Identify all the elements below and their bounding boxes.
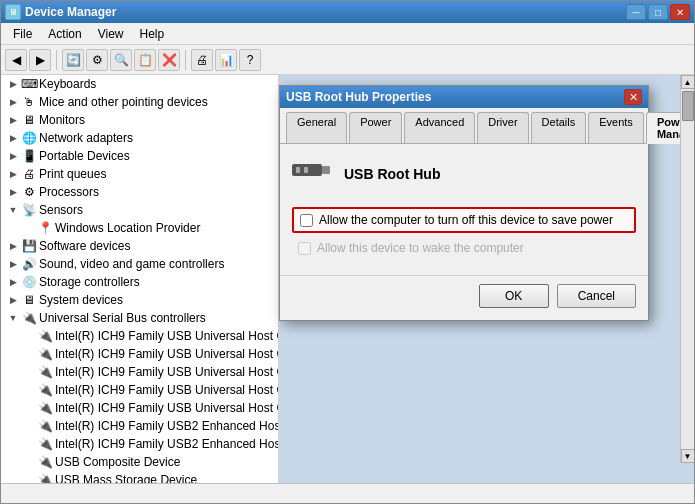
monitors-icon: 🖥 [21, 112, 37, 128]
dialog-close-button[interactable]: ✕ [624, 89, 642, 105]
tab-general[interactable]: General [286, 112, 347, 143]
resources-button[interactable]: 📊 [215, 49, 237, 71]
tree-item-ich9-4[interactable]: 🔌 Intel(R) ICH9 Family USB Universal Hos… [1, 381, 278, 399]
expand-icon: ▶ [5, 166, 21, 182]
tree-item-portable[interactable]: ▶ 📱 Portable Devices [1, 147, 278, 165]
mice-label: Mice and other pointing devices [39, 95, 208, 109]
processors-label: Processors [39, 185, 99, 199]
mice-icon: 🖱 [21, 94, 37, 110]
tab-driver[interactable]: Driver [477, 112, 528, 143]
expand-icon: ▶ [5, 76, 21, 92]
tree-item-sound[interactable]: ▶ 🔊 Sound, video and game controllers [1, 255, 278, 273]
scroll-down-button[interactable]: ▼ [681, 449, 695, 463]
device-name: USB Root Hub [344, 166, 440, 182]
tree-item-software[interactable]: ▶ 💾 Software devices [1, 237, 278, 255]
tab-details[interactable]: Details [531, 112, 587, 143]
expand-icon [21, 418, 37, 434]
dialog-title: USB Root Hub Properties [286, 90, 431, 104]
expand-icon: ▶ [5, 94, 21, 110]
tree-item-usb[interactable]: ▼ 🔌 Universal Serial Bus controllers [1, 309, 278, 327]
system-label: System devices [39, 293, 123, 307]
tree-item-ich9-ehci2[interactable]: 🔌 Intel(R) ICH9 Family USB2 Enhanced Hos… [1, 435, 278, 453]
ok-button[interactable]: OK [479, 284, 549, 308]
properties-button[interactable]: ⚙ [86, 49, 108, 71]
print-button[interactable]: 🖨 [191, 49, 213, 71]
monitors-label: Monitors [39, 113, 85, 127]
tab-power[interactable]: Power [349, 112, 402, 143]
action-button[interactable]: 📋 [134, 49, 156, 71]
tree-item-ich9-3[interactable]: 🔌 Intel(R) ICH9 Family USB Universal Hos… [1, 363, 278, 381]
main-window: 🖥 Device Manager ─ □ ✕ File Action View … [0, 0, 695, 504]
svg-rect-1 [322, 166, 330, 174]
massstorage-icon: 🔌 [37, 472, 53, 483]
menu-file[interactable]: File [5, 25, 40, 43]
expand-icon [21, 382, 37, 398]
tree-item-sensors[interactable]: ▼ 📡 Sensors [1, 201, 278, 219]
tree-item-network[interactable]: ▶ 🌐 Network adapters [1, 129, 278, 147]
tree-item-keyboards[interactable]: ▶ ⌨ Keyboards [1, 75, 278, 93]
sound-label: Sound, video and game controllers [39, 257, 224, 271]
tree-item-winloc[interactable]: 📍 Windows Location Provider [1, 219, 278, 237]
search-button[interactable]: 🔍 [110, 49, 132, 71]
delete-button[interactable]: ❌ [158, 49, 180, 71]
help-button[interactable]: ? [239, 49, 261, 71]
tree-item-printqueues[interactable]: ▶ 🖨 Print queues [1, 165, 278, 183]
title-bar-left: 🖥 Device Manager [5, 4, 116, 20]
allow-wakeup-checkbox[interactable] [298, 242, 311, 255]
expand-icon: ▶ [5, 184, 21, 200]
storage-icon: 💿 [21, 274, 37, 290]
toolbar: ◀ ▶ 🔄 ⚙ 🔍 📋 ❌ 🖨 📊 ? [1, 45, 694, 75]
allow-turnoff-checkbox[interactable] [300, 214, 313, 227]
allow-wakeup-label: Allow this device to wake the computer [317, 241, 524, 255]
ich9-2-label: Intel(R) ICH9 Family USB Universal Host … [55, 347, 279, 361]
tree-item-ich9-5[interactable]: 🔌 Intel(R) ICH9 Family USB Universal Hos… [1, 399, 278, 417]
status-bar [1, 483, 694, 503]
cancel-button[interactable]: Cancel [557, 284, 636, 308]
tree-panel[interactable]: ▶ ⌨ Keyboards ▶ 🖱 Mice and other pointin… [1, 75, 279, 483]
tree-item-mice[interactable]: ▶ 🖱 Mice and other pointing devices [1, 93, 278, 111]
expand-icon [21, 364, 37, 380]
window-close-button[interactable]: ✕ [670, 4, 690, 20]
properties-dialog: USB Root Hub Properties ✕ General Power … [279, 85, 649, 321]
right-scrollbar[interactable]: ▲ ▼ [680, 75, 694, 463]
tab-events[interactable]: Events [588, 112, 644, 143]
tab-advanced[interactable]: Advanced [404, 112, 475, 143]
expand-icon: ▶ [5, 292, 21, 308]
winloc-icon: 📍 [37, 220, 53, 236]
scroll-thumb[interactable] [682, 91, 694, 121]
composite-icon: 🔌 [37, 454, 53, 470]
portable-icon: 📱 [21, 148, 37, 164]
tree-item-processors[interactable]: ▶ ⚙ Processors [1, 183, 278, 201]
tree-item-massstorage[interactable]: 🔌 USB Mass Storage Device [1, 471, 278, 483]
menu-help[interactable]: Help [132, 25, 173, 43]
refresh-button[interactable]: 🔄 [62, 49, 84, 71]
processors-icon: ⚙ [21, 184, 37, 200]
tree-item-monitors[interactable]: ▶ 🖥 Monitors [1, 111, 278, 129]
device-info: USB Root Hub [292, 156, 636, 191]
tree-item-storage[interactable]: ▶ 💿 Storage controllers [1, 273, 278, 291]
tree-item-system[interactable]: ▶ 🖥 System devices [1, 291, 278, 309]
menu-view[interactable]: View [90, 25, 132, 43]
ich9-5-label: Intel(R) ICH9 Family USB Universal Host … [55, 401, 279, 415]
tree-item-ich9-ehci1[interactable]: 🔌 Intel(R) ICH9 Family USB2 Enhanced Hos… [1, 417, 278, 435]
right-area: USB Root Hub Properties ✕ General Power … [279, 75, 694, 483]
expand-icon [21, 472, 37, 483]
back-button[interactable]: ◀ [5, 49, 27, 71]
forward-button[interactable]: ▶ [29, 49, 51, 71]
scroll-up-button[interactable]: ▲ [681, 75, 695, 89]
expand-icon: ▶ [5, 274, 21, 290]
maximize-button[interactable]: □ [648, 4, 668, 20]
dialog-buttons: OK Cancel [280, 275, 648, 320]
minimize-button[interactable]: ─ [626, 4, 646, 20]
ich9-3-label: Intel(R) ICH9 Family USB Universal Host … [55, 365, 279, 379]
tree-item-composite[interactable]: 🔌 USB Composite Device [1, 453, 278, 471]
storage-label: Storage controllers [39, 275, 140, 289]
ich9-icon: 🔌 [37, 328, 53, 344]
menu-action[interactable]: Action [40, 25, 89, 43]
toolbar-separator-2 [185, 50, 186, 70]
dialog-body: USB Root Hub Allow the computer to turn … [280, 144, 648, 275]
expand-icon: ▼ [5, 310, 21, 326]
tree-item-ich9-2[interactable]: 🔌 Intel(R) ICH9 Family USB Universal Hos… [1, 345, 278, 363]
tree-item-ich9-1[interactable]: 🔌 Intel(R) ICH9 Family USB Universal Hos… [1, 327, 278, 345]
keyboards-label: Keyboards [39, 77, 96, 91]
